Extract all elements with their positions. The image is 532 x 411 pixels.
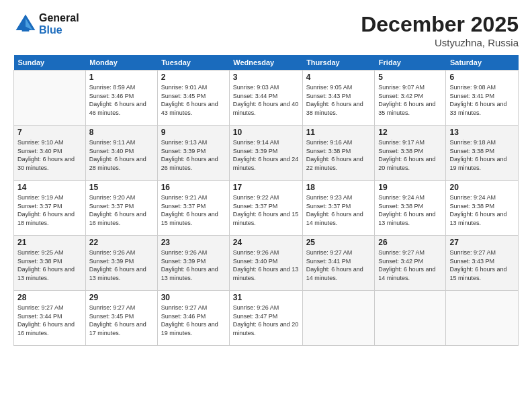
day-number: 7 (17, 128, 82, 137)
page: General Blue December 2025 Ustyuzhna, Ru… (0, 0, 532, 411)
day-number: 1 (89, 73, 154, 82)
day-info: Sunrise: 9:17 AMSunset: 3:38 PMDaylight:… (378, 138, 442, 172)
day-info: Sunrise: 9:23 AMSunset: 3:37 PMDaylight:… (306, 193, 371, 227)
table-row: 5 Sunrise: 9:07 AMSunset: 3:42 PMDayligh… (375, 71, 446, 126)
day-info: Sunrise: 9:21 AMSunset: 3:37 PMDaylight:… (161, 193, 226, 227)
day-info: Sunrise: 9:07 AMSunset: 3:42 PMDaylight:… (378, 83, 442, 117)
day-number: 15 (89, 183, 154, 192)
day-number: 8 (89, 128, 154, 137)
table-row (302, 291, 375, 346)
table-row: 16 Sunrise: 9:21 AMSunset: 3:37 PMDaylig… (157, 181, 229, 236)
logo-text: General Blue (39, 12, 79, 36)
table-row: 4 Sunrise: 9:05 AMSunset: 3:43 PMDayligh… (302, 71, 375, 126)
day-number: 13 (449, 128, 515, 137)
table-row: 2 Sunrise: 9:01 AMSunset: 3:45 PMDayligh… (157, 71, 229, 126)
day-info: Sunrise: 9:24 AMSunset: 3:38 PMDaylight:… (449, 193, 515, 227)
table-row: 12 Sunrise: 9:17 AMSunset: 3:38 PMDaylig… (375, 126, 446, 181)
day-number: 17 (233, 183, 299, 192)
day-info: Sunrise: 9:14 AMSunset: 3:39 PMDaylight:… (233, 138, 299, 172)
table-row: 7 Sunrise: 9:10 AMSunset: 3:40 PMDayligh… (14, 126, 86, 181)
day-info: Sunrise: 9:18 AMSunset: 3:38 PMDaylight:… (449, 138, 515, 172)
day-info: Sunrise: 9:26 AMSunset: 3:39 PMDaylight:… (161, 248, 226, 282)
day-info: Sunrise: 9:20 AMSunset: 3:37 PMDaylight:… (89, 193, 154, 227)
day-info: Sunrise: 9:27 AMSunset: 3:43 PMDaylight:… (449, 248, 515, 282)
day-number: 11 (306, 128, 371, 137)
day-info: Sunrise: 9:03 AMSunset: 3:44 PMDaylight:… (233, 83, 299, 117)
table-row: 28 Sunrise: 9:27 AMSunset: 3:44 PMDaylig… (14, 291, 86, 346)
table-row: 23 Sunrise: 9:26 AMSunset: 3:39 PMDaylig… (157, 236, 229, 291)
calendar-week-row: 21 Sunrise: 9:25 AMSunset: 3:38 PMDaylig… (14, 236, 519, 291)
day-info: Sunrise: 9:26 AMSunset: 3:40 PMDaylight:… (233, 248, 299, 282)
table-row: 1 Sunrise: 8:59 AMSunset: 3:46 PMDayligh… (85, 71, 157, 126)
calendar-week-row: 1 Sunrise: 8:59 AMSunset: 3:46 PMDayligh… (14, 71, 519, 126)
day-info: Sunrise: 9:05 AMSunset: 3:43 PMDaylight:… (306, 83, 371, 117)
day-info: Sunrise: 9:25 AMSunset: 3:38 PMDaylight:… (17, 248, 82, 282)
table-row (14, 71, 86, 126)
day-number: 30 (161, 293, 226, 302)
table-row: 6 Sunrise: 9:08 AMSunset: 3:41 PMDayligh… (446, 71, 519, 126)
month-title: December 2025 (361, 12, 519, 37)
day-number: 18 (306, 183, 371, 192)
day-number: 20 (449, 183, 515, 192)
day-info: Sunrise: 9:01 AMSunset: 3:45 PMDaylight:… (161, 83, 226, 117)
day-info: Sunrise: 9:10 AMSunset: 3:40 PMDaylight:… (17, 138, 82, 172)
day-info: Sunrise: 9:13 AMSunset: 3:39 PMDaylight:… (161, 138, 226, 172)
day-info: Sunrise: 9:27 AMSunset: 3:44 PMDaylight:… (17, 304, 82, 337)
table-row: 15 Sunrise: 9:20 AMSunset: 3:37 PMDaylig… (85, 181, 157, 236)
svg-rect-2 (22, 29, 30, 32)
table-row: 22 Sunrise: 9:26 AMSunset: 3:39 PMDaylig… (85, 236, 157, 291)
day-number: 23 (161, 238, 226, 247)
col-sunday: Sunday (14, 55, 86, 71)
calendar-week-row: 28 Sunrise: 9:27 AMSunset: 3:44 PMDaylig… (14, 291, 519, 346)
col-tuesday: Tuesday (157, 55, 229, 71)
calendar-table: Sunday Monday Tuesday Wednesday Thursday… (13, 55, 519, 346)
logo: General Blue (13, 12, 79, 36)
table-row: 20 Sunrise: 9:24 AMSunset: 3:38 PMDaylig… (446, 181, 519, 236)
day-info: Sunrise: 9:16 AMSunset: 3:38 PMDaylight:… (306, 138, 371, 172)
table-row: 17 Sunrise: 9:22 AMSunset: 3:37 PMDaylig… (229, 181, 302, 236)
day-number: 29 (89, 293, 154, 302)
table-row: 29 Sunrise: 9:27 AMSunset: 3:45 PMDaylig… (85, 291, 157, 346)
day-info: Sunrise: 8:59 AMSunset: 3:46 PMDaylight:… (89, 83, 154, 117)
table-row: 13 Sunrise: 9:18 AMSunset: 3:38 PMDaylig… (446, 126, 519, 181)
day-number: 27 (449, 238, 515, 247)
table-row: 31 Sunrise: 9:26 AMSunset: 3:47 PMDaylig… (229, 291, 302, 346)
day-info: Sunrise: 9:19 AMSunset: 3:37 PMDaylight:… (17, 193, 82, 227)
calendar-header-row: Sunday Monday Tuesday Wednesday Thursday… (14, 55, 519, 71)
day-number: 2 (161, 73, 226, 82)
day-info: Sunrise: 9:24 AMSunset: 3:38 PMDaylight:… (378, 193, 442, 227)
title-block: December 2025 Ustyuzhna, Russia (361, 12, 519, 48)
day-info: Sunrise: 9:27 AMSunset: 3:46 PMDaylight:… (161, 304, 226, 337)
col-friday: Friday (375, 55, 446, 71)
day-number: 22 (89, 238, 154, 247)
day-number: 3 (233, 73, 299, 82)
day-number: 28 (17, 293, 82, 302)
day-number: 4 (306, 73, 371, 82)
table-row: 14 Sunrise: 9:19 AMSunset: 3:37 PMDaylig… (14, 181, 86, 236)
table-row: 19 Sunrise: 9:24 AMSunset: 3:38 PMDaylig… (375, 181, 446, 236)
col-monday: Monday (85, 55, 157, 71)
col-wednesday: Wednesday (229, 55, 302, 71)
logo-icon (13, 12, 38, 36)
table-row: 18 Sunrise: 9:23 AMSunset: 3:37 PMDaylig… (302, 181, 375, 236)
day-number: 31 (233, 293, 299, 302)
table-row (375, 291, 446, 346)
table-row: 8 Sunrise: 9:11 AMSunset: 3:40 PMDayligh… (85, 126, 157, 181)
day-info: Sunrise: 9:26 AMSunset: 3:47 PMDaylight:… (233, 304, 299, 337)
day-info: Sunrise: 9:08 AMSunset: 3:41 PMDaylight:… (449, 83, 515, 117)
day-info: Sunrise: 9:22 AMSunset: 3:37 PMDaylight:… (233, 193, 299, 227)
table-row: 9 Sunrise: 9:13 AMSunset: 3:39 PMDayligh… (157, 126, 229, 181)
col-thursday: Thursday (302, 55, 375, 71)
day-number: 24 (233, 238, 299, 247)
day-number: 14 (17, 183, 82, 192)
day-number: 6 (449, 73, 515, 82)
day-info: Sunrise: 9:26 AMSunset: 3:39 PMDaylight:… (89, 248, 154, 282)
day-number: 9 (161, 128, 226, 137)
col-saturday: Saturday (446, 55, 519, 71)
table-row: 30 Sunrise: 9:27 AMSunset: 3:46 PMDaylig… (157, 291, 229, 346)
day-number: 19 (378, 183, 442, 192)
table-row: 25 Sunrise: 9:27 AMSunset: 3:41 PMDaylig… (302, 236, 375, 291)
day-info: Sunrise: 9:27 AMSunset: 3:42 PMDaylight:… (378, 248, 442, 282)
header: General Blue December 2025 Ustyuzhna, Ru… (13, 12, 519, 48)
day-number: 10 (233, 128, 299, 137)
